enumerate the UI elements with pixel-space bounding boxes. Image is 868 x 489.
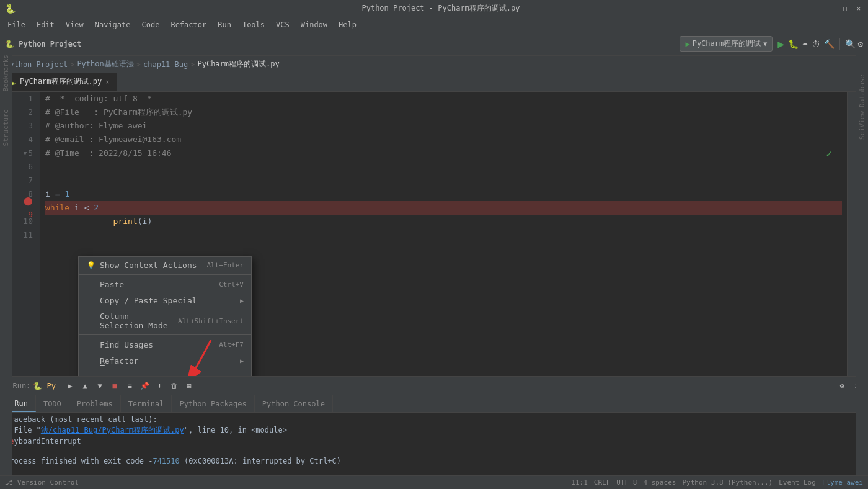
folding-icon xyxy=(86,375,96,376)
find-usages-icon xyxy=(86,339,96,349)
run-output: Traceback (most recent call last): File … xyxy=(0,413,868,475)
close-button[interactable]: ✕ xyxy=(854,4,863,13)
run-fold-button[interactable]: ⊞ xyxy=(183,380,195,392)
tab-problems[interactable]: Problems xyxy=(69,395,121,412)
run-button[interactable]: ▶ xyxy=(777,37,784,50)
status-vcs[interactable]: ⎇ Version Control xyxy=(5,478,79,487)
run-sort-button[interactable]: ⬇ xyxy=(153,380,166,392)
minimize-button[interactable]: — xyxy=(827,4,836,13)
menu-help[interactable]: Help xyxy=(334,19,361,30)
run-rerun-button[interactable]: ▶ xyxy=(64,380,76,392)
code-line-4: # @email : Flymeawei@163.com xyxy=(45,133,842,146)
menu-refactor[interactable]: Refactor xyxy=(166,19,211,30)
ctx-find-usages[interactable]: Find Usages Alt+F7 xyxy=(79,336,251,352)
status-event-log[interactable]: Event Log xyxy=(779,478,816,487)
menu-bar: File Edit View Navigate Code Refactor Ru… xyxy=(0,17,868,32)
bookmarks-panel-label[interactable]: Bookmarks xyxy=(2,52,10,94)
app-icon: 🐍 xyxy=(5,4,16,14)
build-button[interactable]: 🔨 xyxy=(824,39,835,49)
run-config-display: 🐍 Py xyxy=(33,382,56,390)
tab-main-file[interactable]: 🐍 PyCharm程序的调试.py ✕ xyxy=(0,73,117,91)
status-python-version[interactable]: Python 3.8 (Python...) xyxy=(682,478,773,487)
settings-button[interactable]: ⚙ xyxy=(858,39,863,49)
menu-window[interactable]: Window xyxy=(296,19,332,30)
title-bar: 🐍 Python Project - PyCharm程序的调试.py — □ ✕ xyxy=(0,0,868,17)
breadcrumb-chap11[interactable]: chap11 Bug xyxy=(143,60,188,69)
error-file-link[interactable]: 法/chap11_Bug/PyCharm程序的调试.py xyxy=(41,426,184,434)
run-pin-button[interactable]: 📌 xyxy=(138,380,151,392)
run-output-line-4 xyxy=(5,447,863,455)
vcs-icon: ⎇ xyxy=(5,478,13,487)
maximize-button[interactable]: □ xyxy=(841,4,849,13)
run-config-selector[interactable]: ▶ PyCharm程序的调试 ▼ xyxy=(680,36,773,52)
menu-vcs[interactable]: VCS xyxy=(271,19,294,30)
search-button[interactable]: 🔍 xyxy=(845,39,856,49)
editor-scrollbar[interactable] xyxy=(847,92,856,376)
paste-icon xyxy=(86,279,96,289)
profile-button[interactable]: ⏱ xyxy=(812,39,820,49)
code-line-1: # -*- coding: utf-8 -*- xyxy=(45,92,842,105)
refactor-icon xyxy=(86,356,96,366)
code-line-5: # @Time : 2022/8/15 16:46 xyxy=(45,146,842,160)
run-up-button[interactable]: ▲ xyxy=(79,380,91,392)
menu-code[interactable]: Code xyxy=(137,19,165,30)
tab-terminal[interactable]: Terminal xyxy=(121,395,172,412)
no-errors-indicator: ✓ xyxy=(826,148,832,159)
ctx-refactor[interactable]: Refactor ▶ xyxy=(79,352,251,369)
menu-file[interactable]: File xyxy=(2,19,30,30)
run-tabs-row: ▶ Run: 🐍 Py ▶ ▲ ▼ ■ ≡ 📌 ⬇ 🗑 ⊞ ⚙ ✕ xyxy=(0,377,868,395)
tab-bar: 🐍 PyCharm程序的调试.py ✕ xyxy=(0,73,868,92)
tab-python-console[interactable]: Python Console xyxy=(255,395,333,412)
debug-button[interactable]: 🐛 xyxy=(788,39,799,49)
run-stop-button[interactable]: ■ xyxy=(108,380,121,392)
code-line-8: i = 1 xyxy=(45,187,842,201)
window-title: Python Project - PyCharm程序的调试.py xyxy=(55,3,827,14)
tab-python-packages[interactable]: Python Packages xyxy=(172,395,254,412)
project-label[interactable]: 🐍 Python Project xyxy=(5,40,81,48)
run-scroll-button[interactable]: ≡ xyxy=(123,380,136,392)
code-line-3: # @author: Flyme awei xyxy=(45,119,842,133)
ctx-separator-1 xyxy=(79,274,251,275)
run-panel-label: Run: xyxy=(12,382,30,390)
ctx-folding[interactable]: Folding ▶ xyxy=(79,372,251,376)
context-actions-icon: 💡 xyxy=(86,260,96,270)
sciview-panel-label[interactable]: SciView xyxy=(858,111,866,140)
status-bar: ⎇ Version Control 11:1 CRLF UTF-8 4 spac… xyxy=(0,475,868,489)
code-line-9: while i < 2 xyxy=(45,201,842,215)
ctx-show-context-actions[interactable]: 💡 Show Context Actions Alt+Enter xyxy=(79,257,251,273)
menu-tools[interactable]: Tools xyxy=(237,19,270,30)
menu-run[interactable]: Run xyxy=(213,19,236,30)
run-config-name: PyCharm程序的调试 xyxy=(693,38,761,49)
run-clear-button[interactable]: 🗑 xyxy=(168,380,180,392)
code-line-2: # @File : PyCharm程序的调试.py xyxy=(45,105,842,119)
ctx-column-selection[interactable]: Column Selection Mode Alt+Shift+Insert xyxy=(79,308,251,333)
menu-edit[interactable]: Edit xyxy=(32,19,60,30)
code-line-10: print(i) xyxy=(45,215,842,228)
breadcrumb-project[interactable]: Python Project xyxy=(5,60,68,69)
status-position[interactable]: 11:1 xyxy=(571,478,588,487)
editor-area[interactable]: 1 2 3 4 ▼5 6 7 8 ⬤ 9 10 11 # -*- coding:… xyxy=(12,92,847,376)
status-line-ending[interactable]: CRLF xyxy=(594,478,611,487)
menu-view[interactable]: View xyxy=(61,19,89,30)
breadcrumb-current-file: PyCharm程序的调试.py xyxy=(197,59,279,70)
right-side-panel: Database SciView xyxy=(856,50,868,475)
run-settings-button[interactable]: ⚙ xyxy=(836,380,848,392)
run-down-button[interactable]: ▼ xyxy=(94,380,106,392)
structure-panel-label[interactable]: Structure xyxy=(2,107,10,149)
database-panel-label[interactable]: Database xyxy=(858,74,866,107)
breadcrumb-basics[interactable]: Python基础语法 xyxy=(77,59,133,70)
breadcrumb-bar: Python Project > Python基础语法 > chap11 Bug… xyxy=(0,56,868,73)
tab-close-button[interactable]: ✕ xyxy=(105,78,109,85)
tab-todo[interactable]: TODO xyxy=(36,395,69,412)
coverage-button[interactable]: ☂ xyxy=(802,39,807,49)
ctx-copy-paste-special[interactable]: Copy / Paste Special ▶ xyxy=(79,292,251,308)
tab-label: PyCharm程序的调试.py xyxy=(20,76,102,87)
column-selection-icon xyxy=(86,316,96,326)
ctx-separator-3 xyxy=(79,370,251,370)
menu-navigate[interactable]: Navigate xyxy=(90,19,136,30)
run-output-line-2: File "法/chap11_Bug/PyCharm程序的调试.py", lin… xyxy=(5,425,863,436)
ctx-paste[interactable]: Paste Ctrl+V xyxy=(79,276,251,292)
status-encoding[interactable]: UTF-8 xyxy=(616,478,637,487)
status-indent[interactable]: 4 spaces xyxy=(643,478,676,487)
run-output-line-5: Process finished with exit code -741510 … xyxy=(5,457,863,465)
